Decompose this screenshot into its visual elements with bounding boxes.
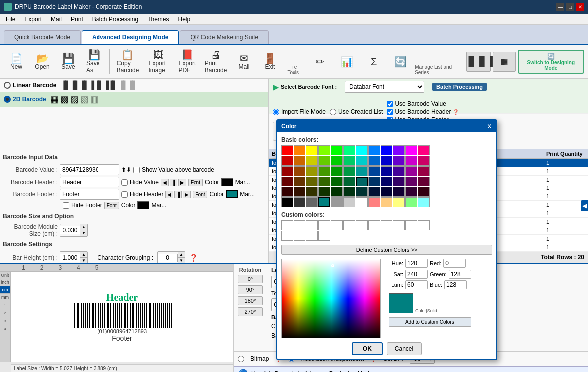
color-swatch[interactable]	[381, 156, 392, 166]
color-swatch[interactable]	[331, 177, 343, 186]
color-swatch[interactable]	[381, 177, 392, 186]
manage-list-btn4[interactable]: 🔄	[388, 55, 413, 69]
color-swatch[interactable]	[343, 145, 355, 155]
color-swatch[interactable]	[331, 187, 343, 197]
rotate-180-button[interactable]: 180°	[238, 296, 263, 305]
color-swatch[interactable]	[381, 197, 392, 207]
footer-align-center[interactable]: ▐	[174, 191, 182, 198]
custom-swatch[interactable]	[393, 220, 405, 230]
header-align-left[interactable]: ◀	[161, 179, 169, 186]
color-cancel-button[interactable]: Cancel	[387, 342, 422, 355]
color-swatch[interactable]	[318, 156, 330, 166]
linear-barcode-radio[interactable]: Linear Barcode	[4, 82, 56, 89]
color-swatch[interactable]	[368, 156, 380, 166]
char-grouping-down[interactable]: ▼	[178, 258, 185, 263]
color-swatch[interactable]	[393, 166, 405, 176]
color-swatch[interactable]	[306, 197, 318, 207]
color-swatch[interactable]	[368, 177, 380, 186]
show-value-checkbox[interactable]	[133, 167, 140, 173]
menu-themes[interactable]: Themes	[143, 15, 173, 24]
custom-swatch[interactable]	[281, 231, 293, 241]
lum-input[interactable]	[405, 280, 428, 289]
color-swatch[interactable]	[318, 197, 330, 207]
color-swatch[interactable]	[418, 166, 430, 176]
export-image-button[interactable]: 🖼 Export Image	[144, 48, 173, 76]
color-swatch[interactable]	[343, 166, 355, 176]
color-swatch[interactable]	[418, 197, 430, 207]
menu-print[interactable]: Print	[67, 15, 87, 24]
footer-font-button[interactable]: Font	[193, 191, 207, 198]
new-button[interactable]: 📄 New	[4, 51, 29, 72]
custom-swatch[interactable]	[294, 220, 305, 230]
custom-swatch[interactable]	[405, 220, 417, 230]
custom-swatch[interactable]	[318, 220, 330, 230]
color-swatch[interactable]	[405, 187, 417, 197]
color-swatch[interactable]	[331, 197, 343, 207]
green-input[interactable]	[449, 270, 471, 279]
color-swatch[interactable]	[356, 177, 368, 186]
tab-qr-marketing[interactable]: QR Code Marketing Suite	[180, 30, 269, 44]
color-swatch[interactable]	[343, 197, 355, 207]
header-align-right[interactable]: ▶	[178, 179, 186, 186]
sat-input[interactable]	[405, 270, 428, 279]
char-help-icon[interactable]: ❓	[189, 254, 197, 262]
define-custom-colors-button[interactable]: Define Custom Colors >>	[281, 245, 492, 255]
2d-barcode-radio[interactable]: 2D Barcode	[4, 96, 46, 103]
custom-swatch[interactable]	[368, 220, 380, 230]
color-swatch[interactable]	[281, 166, 293, 176]
manage-list-btn3[interactable]: Σ	[361, 55, 386, 69]
color-swatch[interactable]	[368, 187, 380, 197]
color-swatch[interactable]	[405, 145, 417, 155]
color-ok-button[interactable]: OK	[352, 342, 383, 355]
color-swatch[interactable]	[356, 187, 368, 197]
color-swatch[interactable]	[356, 197, 368, 207]
save-as-button[interactable]: 💾 Save As	[82, 48, 106, 76]
color-swatch[interactable]	[294, 197, 305, 207]
color-swatch[interactable]	[418, 156, 430, 166]
use-barcode-value-check[interactable]	[387, 101, 393, 107]
unit-mm[interactable]: mm	[0, 294, 10, 301]
color-swatch[interactable]	[381, 187, 392, 197]
color-swatch[interactable]	[331, 156, 343, 166]
color-swatch[interactable]	[318, 177, 330, 186]
header-font-button[interactable]: Font	[188, 179, 203, 186]
color-swatch[interactable]	[393, 197, 405, 207]
rotate-90-button[interactable]: 90°	[238, 285, 263, 294]
color-swatch[interactable]	[343, 187, 355, 197]
color-spectrum[interactable]	[281, 259, 381, 338]
custom-swatch[interactable]	[306, 220, 318, 230]
color-swatch[interactable]	[368, 197, 380, 207]
bar-height-up[interactable]: ▲	[80, 252, 87, 258]
footer-align-right[interactable]: ▶	[183, 191, 191, 198]
close-button[interactable]: ✕	[576, 3, 584, 11]
unit-cm[interactable]: cm	[0, 286, 10, 294]
color-swatch[interactable]	[343, 177, 355, 186]
menu-export[interactable]: Export	[20, 15, 46, 24]
color-swatch[interactable]	[368, 166, 380, 176]
open-button[interactable]: 📂 Open	[30, 51, 55, 72]
rotate-270-button[interactable]: 270°	[238, 307, 263, 316]
color-swatch[interactable]	[405, 166, 417, 176]
exit-button[interactable]: 🚪 Exit	[257, 51, 282, 72]
color-swatch[interactable]	[331, 166, 343, 176]
header-color-box[interactable]	[221, 178, 233, 186]
use-barcode-value-option[interactable]: Use Barcode Value	[387, 100, 459, 107]
copy-barcode-button[interactable]: 📋 Copy Barcode	[113, 48, 143, 76]
color-swatch[interactable]	[294, 156, 305, 166]
custom-swatch[interactable]	[306, 231, 318, 241]
color-swatch[interactable]	[281, 187, 293, 197]
hide-value-checkbox[interactable]	[121, 179, 128, 186]
tab-quick-barcode[interactable]: Quick Barcode Mode	[4, 30, 81, 44]
mail-button[interactable]: ✉ Mail	[231, 51, 256, 72]
color-swatch[interactable]	[356, 145, 368, 155]
color-swatch[interactable]	[294, 145, 305, 155]
add-to-custom-button[interactable]: Add to Custom Colors	[389, 317, 471, 327]
custom-swatch[interactable]	[343, 220, 355, 230]
spectrum-canvas[interactable]	[282, 259, 381, 338]
switch-designing-button[interactable]: 🔄 Switch to Designing Mode	[518, 50, 584, 74]
color-swatch[interactable]	[306, 145, 318, 155]
blue-input[interactable]	[444, 280, 467, 289]
color-swatch[interactable]	[318, 145, 330, 155]
footer-font-btn2[interactable]: Font	[104, 202, 119, 209]
color-swatch[interactable]	[306, 177, 318, 186]
